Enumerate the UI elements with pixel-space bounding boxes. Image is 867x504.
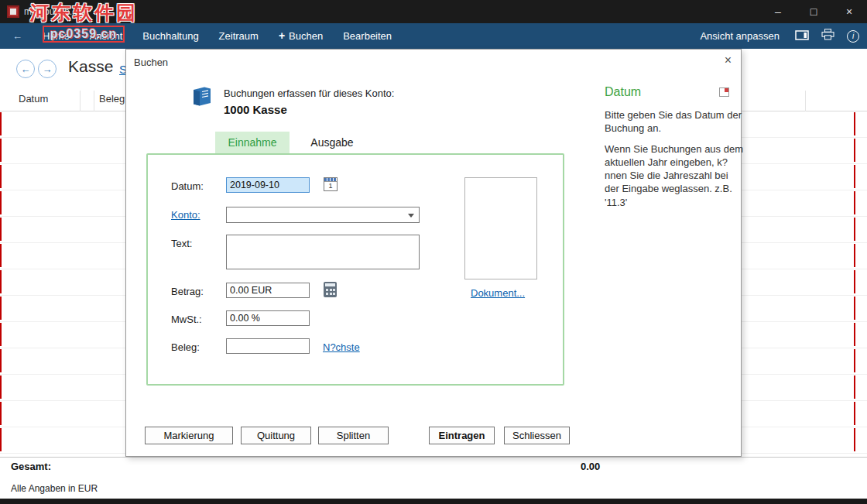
print-icon[interactable] — [821, 29, 834, 43]
menu-zeitraum[interactable]: Zeitraum — [209, 23, 269, 49]
document-preview — [464, 177, 537, 279]
datum-label: Datum: — [171, 180, 204, 192]
help-paragraph: Wenn Sie Buchungen aus dem aktuellen Jah… — [605, 142, 744, 209]
buchen-dialog: Buchen × Buchungen erfassen für dieses K… — [125, 49, 742, 457]
naechste-link[interactable]: N?chste — [323, 341, 360, 353]
mwst-input[interactable] — [226, 310, 310, 326]
info-icon[interactable]: i — [847, 30, 859, 43]
calculator-icon[interactable] — [324, 282, 337, 297]
ribbon-right: Ansicht anpassen i — [700, 23, 859, 49]
menu-buchhaltung[interactable]: Buchhaltung — [132, 23, 208, 49]
dokument-link[interactable]: Dokument... — [471, 287, 525, 299]
total-label: Gesamt: — [11, 461, 51, 472]
calendar-icon[interactable]: 1 — [324, 177, 338, 191]
tab-ausgabe[interactable]: Ausgabe — [303, 132, 362, 153]
column-header-beleg[interactable]: Beleg — [99, 93, 125, 105]
help-panel-icon[interactable] — [719, 87, 729, 97]
text-input[interactable] — [226, 235, 420, 269]
betrag-input[interactable] — [226, 283, 310, 298]
menu-bearbeiten[interactable]: Bearbeiten — [333, 23, 402, 49]
ansicht-anpassen-button[interactable]: Ansicht anpassen — [700, 30, 780, 42]
ribbon-menu: Home Ansicht Buchhaltung Zeitraum +Buche… — [33, 23, 402, 49]
betrag-label: Betrag: — [171, 286, 204, 297]
ledger-book-icon — [191, 86, 213, 110]
text-label: Text: — [171, 238, 192, 249]
ribbon-back-icon[interactable]: ← — [12, 23, 22, 49]
mwst-label: MwSt.: — [171, 314, 202, 325]
konto-dropdown[interactable] — [226, 207, 420, 223]
help-title: Datum — [605, 85, 641, 99]
close-button[interactable]: × — [831, 0, 867, 23]
titlebar: meinbuchh... – □ × — [0, 0, 867, 23]
nav-forward-button[interactable]: → — [38, 60, 57, 78]
calendar-icon-day: 1 — [324, 182, 337, 190]
markierung-button[interactable]: Markierung — [145, 427, 233, 444]
app-icon — [7, 5, 19, 18]
currency-note: Alle Angaben in EUR — [11, 483, 98, 494]
ribbon: ← Home Ansicht Buchhaltung Zeitraum +Buc… — [0, 23, 867, 49]
quittung-button[interactable]: Quittung — [241, 427, 311, 444]
window-bottom-edge — [0, 499, 867, 504]
footer-separator — [0, 457, 867, 458]
beleg-input[interactable] — [226, 338, 310, 354]
plus-icon: + — [279, 29, 285, 42]
menu-ansicht[interactable]: Ansicht — [80, 23, 133, 49]
dialog-title: Buchen — [134, 57, 168, 68]
eintragen-button[interactable]: Eintragen — [429, 427, 495, 444]
menu-buchen-label: Buchen — [289, 30, 323, 42]
nav-back-button[interactable]: ← — [16, 60, 35, 78]
window-title: meinbuchh... — [24, 6, 77, 17]
account-name: 1000 Kasse — [224, 103, 287, 116]
column-header-datum[interactable]: Datum — [19, 93, 48, 105]
window-controls: – □ × — [760, 0, 867, 23]
datum-input[interactable] — [226, 177, 310, 193]
page-title: Kasse — [68, 57, 113, 76]
chevron-down-icon — [408, 214, 414, 218]
tab-einnahme[interactable]: Einnahme — [215, 132, 290, 153]
minimize-button[interactable]: – — [760, 0, 796, 23]
total-value: 0.00 — [581, 461, 600, 472]
help-paragraph: Bitte geben Sie das Datum der Buchung an… — [605, 108, 744, 135]
menu-home[interactable]: Home — [33, 23, 80, 49]
splitten-button[interactable]: Splitten — [318, 427, 389, 444]
maximize-button[interactable]: □ — [796, 0, 831, 23]
dialog-intro-text: Buchungen erfassen für dieses Konto: — [224, 87, 394, 99]
app-window: meinbuchh... – □ × 河东软件园 pc0359.cn ← Hom… — [0, 0, 867, 504]
schliessen-button[interactable]: Schliessen — [504, 427, 570, 444]
beleg-label: Beleg: — [171, 341, 200, 353]
konto-label-link[interactable]: Konto: — [171, 209, 200, 221]
menu-buchen[interactable]: +Buchen — [269, 23, 333, 49]
dialog-close-icon[interactable]: × — [725, 53, 732, 67]
layout-panel-icon[interactable] — [795, 29, 809, 43]
